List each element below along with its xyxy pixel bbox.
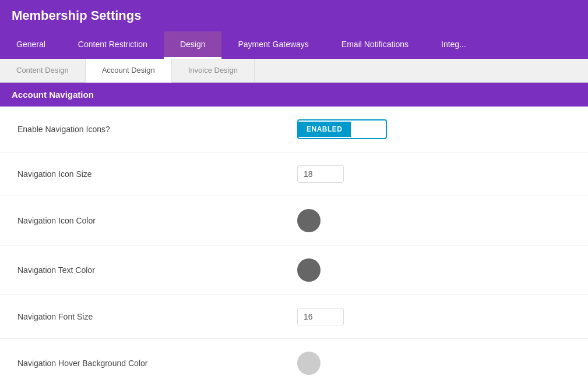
form-row-navigation-icon-size: Navigation Icon Size	[0, 153, 588, 196]
input-navigation-font-size[interactable]	[297, 308, 344, 325]
tab-general[interactable]: General	[0, 31, 62, 59]
page-title: Membership Settings	[12, 8, 576, 23]
swatch-navigation-hover-bg-color[interactable]	[297, 352, 321, 375]
section-title: Account Navigation	[12, 90, 94, 100]
main-tabs: General Content Restriction Design Payme…	[0, 31, 588, 59]
form-row-navigation-icon-color: Navigation Icon Color	[0, 196, 588, 246]
control-navigation-font-size	[297, 308, 344, 325]
tab-design[interactable]: Design	[164, 31, 222, 59]
section-header: Account Navigation	[0, 83, 588, 107]
form-row-navigation-hover-bg-color: Navigation Hover Background Color	[0, 339, 588, 383]
tab-content-restriction[interactable]: Content Restriction	[62, 31, 164, 59]
sub-tab-invoice-design[interactable]: Invoice Design	[172, 59, 255, 82]
label-navigation-icon-color: Navigation Icon Color	[17, 216, 297, 225]
form-row-navigation-text-color: Navigation Text Color	[0, 246, 588, 295]
page-header: Membership Settings	[0, 0, 588, 31]
control-navigation-hover-bg-color	[297, 352, 321, 375]
label-navigation-font-size: Navigation Font Size	[17, 312, 297, 321]
sub-tab-content-design[interactable]: Content Design	[0, 59, 86, 82]
control-navigation-icon-size	[297, 165, 344, 183]
sub-tab-account-design[interactable]: Account Design	[86, 59, 172, 83]
toggle-enabled-label[interactable]: ENABLED	[298, 122, 351, 137]
swatch-navigation-text-color[interactable]	[297, 258, 321, 282]
content-area: Enable Navigation Icons? ENABLED Navigat…	[0, 107, 588, 383]
sub-tabs: Content Design Account Design Invoice De…	[0, 59, 588, 83]
tab-email-notifications[interactable]: Email Notifications	[325, 31, 425, 59]
label-enable-navigation-icons: Enable Navigation Icons?	[17, 125, 297, 134]
form-row-navigation-font-size: Navigation Font Size	[0, 295, 588, 339]
control-enable-navigation-icons: ENABLED	[297, 119, 387, 139]
label-navigation-hover-bg-color: Navigation Hover Background Color	[17, 359, 297, 368]
label-navigation-icon-size: Navigation Icon Size	[17, 169, 297, 179]
tab-integrations[interactable]: Integ...	[425, 31, 483, 59]
toggle-navigation-icons[interactable]: ENABLED	[297, 119, 387, 139]
swatch-navigation-icon-color[interactable]	[297, 209, 321, 232]
control-navigation-icon-color	[297, 209, 321, 232]
form-row-enable-navigation-icons: Enable Navigation Icons? ENABLED	[0, 107, 588, 153]
label-navigation-text-color: Navigation Text Color	[17, 265, 297, 275]
tab-payment-gateways[interactable]: Payment Gateways	[221, 31, 325, 59]
input-navigation-icon-size[interactable]	[297, 165, 344, 183]
control-navigation-text-color	[297, 258, 321, 282]
toggle-disabled-label[interactable]	[351, 126, 386, 133]
